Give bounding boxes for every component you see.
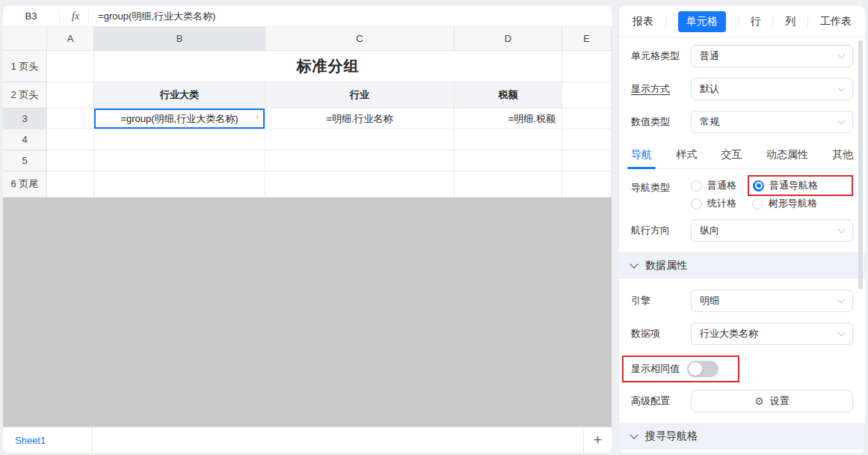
sub-tab-navigation[interactable]: 导航	[631, 144, 652, 168]
panel-scrollbar-thumb[interactable]	[858, 40, 863, 290]
sheet-tab-sheet1[interactable]: Sheet1	[3, 427, 93, 453]
cell-title-b1[interactable]: 标准分组	[94, 51, 562, 82]
cell-type-value: 普通	[700, 49, 719, 63]
settings-button-label: 设置	[770, 394, 789, 408]
cell-c3[interactable]: =明细.行业名称	[265, 109, 455, 129]
row-header-4[interactable]: 4	[3, 129, 47, 150]
cell-e5[interactable]	[562, 150, 612, 171]
advanced-settings-button[interactable]: ⚙ 设置	[691, 390, 853, 412]
section-title: 数据属性	[645, 259, 687, 272]
engine-select[interactable]: 明细	[691, 290, 853, 312]
radio-normal-nav-cell-selected[interactable]: 普通导航格	[748, 175, 853, 196]
cell-a6[interactable]	[47, 171, 94, 198]
tab-divider	[665, 16, 666, 27]
chevron-down-icon	[630, 430, 638, 439]
cell-c6[interactable]	[265, 171, 455, 198]
formula-input[interactable]: =group(明细,行业大类名称)	[88, 10, 612, 23]
cell-d2[interactable]: 税额	[455, 82, 562, 109]
cell-type-select[interactable]: 普通	[691, 45, 853, 67]
row-header-1[interactable]: 1 页头	[3, 51, 47, 82]
cell-e2[interactable]	[562, 82, 612, 109]
cell-a5[interactable]	[47, 150, 94, 171]
field-nav-direction: 航行方向 纵向	[631, 219, 853, 242]
cell-e6[interactable]	[562, 171, 612, 198]
cell-e3[interactable]	[562, 109, 612, 129]
display-mode-label: 显示方式	[631, 82, 691, 96]
tab-report[interactable]: 报表	[632, 15, 653, 28]
number-type-label: 数值类型	[631, 115, 691, 129]
sub-tab-style[interactable]: 样式	[676, 144, 697, 168]
sheet-bar: Sheet1 +	[3, 427, 612, 453]
cell-c5[interactable]	[265, 150, 455, 171]
cell-e1[interactable]	[562, 51, 612, 82]
chevron-down-icon	[630, 260, 638, 268]
radio-stat-cell[interactable]: 统计格	[691, 197, 752, 210]
section-data-properties[interactable]: 数据属性	[619, 252, 865, 279]
cell-d3[interactable]: =明细.税额	[455, 109, 562, 129]
cell-d4[interactable]	[455, 129, 562, 150]
radio-normal-cell[interactable]: 普通格	[691, 179, 752, 192]
radio-icon	[691, 198, 702, 210]
column-header-a[interactable]: A	[47, 27, 94, 51]
sub-tab-dynamic-props[interactable]: 动态属性	[766, 144, 808, 168]
tab-cell[interactable]: 单元格	[678, 11, 726, 32]
cell-d6[interactable]	[455, 171, 562, 198]
cell-d5[interactable]	[455, 150, 562, 171]
advanced-config-label: 高级配置	[631, 394, 691, 408]
chevron-down-icon	[838, 329, 846, 336]
cell-name-box[interactable]: B3	[3, 6, 59, 26]
nav-direction-label: 航行方向	[631, 224, 691, 237]
number-type-value: 常规	[700, 115, 719, 129]
tab-row[interactable]: 行	[751, 15, 761, 28]
sub-tab-other[interactable]: 其他	[832, 144, 853, 168]
row-header-2[interactable]: 2 页头	[3, 82, 47, 109]
cell-c2[interactable]: 行业	[265, 82, 455, 109]
fx-icon: fx	[59, 10, 88, 23]
chevron-down-icon	[838, 117, 846, 124]
nav-type-label: 导航类型	[631, 181, 691, 195]
row-header-5[interactable]: 5	[3, 150, 47, 171]
cell-a1[interactable]	[47, 51, 94, 82]
cell-a4[interactable]	[47, 129, 94, 150]
section-search-nav-cell[interactable]: 搜寻导航格	[619, 423, 865, 450]
tab-worksheet[interactable]: 工作表	[820, 15, 852, 28]
add-sheet-button[interactable]: +	[583, 427, 612, 453]
cell-b2[interactable]: 行业大类	[94, 82, 265, 109]
row-header-6[interactable]: 6 页尾	[3, 171, 47, 198]
cell-b5[interactable]	[94, 150, 265, 171]
data-item-label: 数据项	[631, 327, 691, 341]
column-header-b[interactable]: B	[94, 27, 265, 51]
column-header-c[interactable]: C	[265, 27, 455, 51]
cell-e4[interactable]	[562, 129, 612, 150]
field-cell-type: 单元格类型 普通	[631, 45, 853, 67]
column-header-e[interactable]: E	[562, 27, 612, 51]
cell-a2[interactable]	[47, 82, 94, 109]
cell-c4[interactable]	[265, 129, 455, 150]
radio-label: 统计格	[707, 197, 736, 210]
cell-b3-formula: =group(明细,行业大类名称)	[120, 112, 238, 126]
cell-a3[interactable]	[47, 109, 94, 129]
show-same-value-toggle-off[interactable]	[687, 361, 718, 377]
display-mode-select[interactable]: 默认	[691, 78, 853, 100]
cell-b6[interactable]	[94, 171, 265, 198]
grid-corner[interactable]	[3, 27, 47, 51]
nav-direction-select[interactable]: 纵向	[691, 219, 853, 242]
nav-direction-value: 纵向	[700, 224, 719, 237]
tab-divider	[738, 16, 739, 27]
radio-label: 树形导航格	[769, 197, 817, 210]
data-item-select[interactable]: 行业大类名称	[691, 323, 853, 345]
radio-checked-icon	[753, 180, 764, 192]
field-data-item: 数据项 行业大类名称	[631, 323, 853, 345]
cell-b4[interactable]	[94, 129, 265, 150]
designer-canvas-background	[3, 198, 612, 427]
row-header-3[interactable]: 3	[3, 109, 47, 129]
column-header-d[interactable]: D	[455, 27, 562, 51]
panel-body: 单元格类型 普通 显示方式 默认 数值类型 常规 导航 样式 交互 动态属性	[619, 37, 865, 450]
field-advanced-config: 高级配置 ⚙ 设置	[631, 390, 853, 412]
sub-tab-interaction[interactable]: 交互	[721, 144, 742, 168]
tab-column[interactable]: 列	[785, 15, 795, 28]
cell-b3-selected[interactable]: =group(明细,行业大类名称) ↓	[94, 109, 265, 129]
engine-value: 明细	[700, 294, 719, 308]
number-type-select[interactable]: 常规	[691, 111, 853, 133]
radio-tree-nav-cell[interactable]: 树形导航格	[752, 197, 853, 210]
